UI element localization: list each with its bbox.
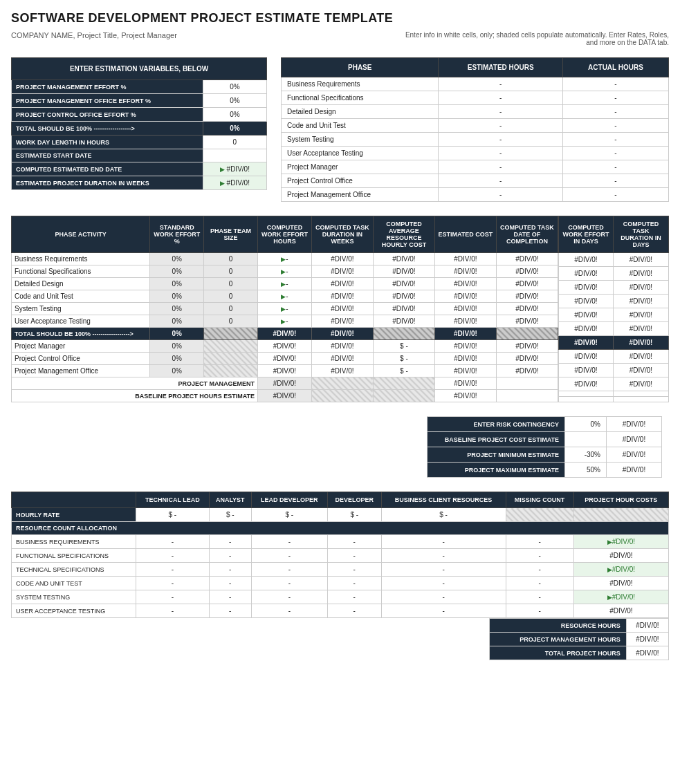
res-val-0-0[interactable]: - xyxy=(136,535,210,549)
hourly-rate-tl[interactable]: $ - xyxy=(136,508,210,522)
activity-extra-row-0: #DIV/0! #DIV/0! xyxy=(559,253,669,267)
res-val-5-3[interactable]: - xyxy=(327,604,381,618)
res-val-3-2[interactable]: - xyxy=(251,577,327,590)
res-val-3-1[interactable]: - xyxy=(209,577,251,590)
activity-extra-row-1: #DIV/0! #DIV/0! xyxy=(559,267,669,281)
resource-row-2: TECHNICAL SPECIFICATIONS ----- - ▶#DIV/0… xyxy=(12,563,669,577)
activity-row-0: Business Requirements 0% 0 ▶- #DIV/0! #D… xyxy=(12,253,558,265)
res-val-0-3[interactable]: - xyxy=(327,535,381,549)
res-val-4-2[interactable]: - xyxy=(251,590,327,604)
res-val-2-1[interactable]: - xyxy=(209,563,251,577)
summary-label-1: PROJECT MANAGEMENT HOURS xyxy=(490,633,627,646)
res-val-2-2[interactable]: - xyxy=(251,563,327,577)
activity-main: PHASE ACTIVITY STANDARD WORK EFFORT % PH… xyxy=(11,216,558,402)
activity-extra-row-8: #DIV/0! #DIV/0! xyxy=(559,364,669,377)
phase-name-3: Code and Unit Test xyxy=(282,119,439,133)
ev-value-4[interactable]: 0 xyxy=(203,136,266,149)
activity-row-6: TOTAL SHOULD BE 100% ------------------>… xyxy=(12,328,558,340)
activity-extra-row-9: #DIV/0! #DIV/0! xyxy=(559,377,669,391)
res-val-4-0[interactable]: - xyxy=(136,590,210,604)
res-val-1-4[interactable]: - xyxy=(381,549,506,563)
res-col-tech-lead: TECHNICAL LEAD xyxy=(136,492,210,508)
resources-summary-table: RESOURCE HOURS #DIV/0! PROJECT MANAGEMEN… xyxy=(489,618,669,660)
ev-row-1: PROJECT MANAGEMENT OFFICE EFFORT % 0% xyxy=(12,94,267,108)
res-col-blank xyxy=(12,492,136,508)
res-val-4-3[interactable]: - xyxy=(327,590,381,604)
phases-row-6: Project Manager - - xyxy=(282,160,669,174)
res-val-3-4[interactable]: - xyxy=(381,577,506,590)
res-val-5-1[interactable]: - xyxy=(209,604,251,618)
ev-label-5: ESTIMATED START DATE xyxy=(12,149,203,162)
res-val-2-4[interactable]: - xyxy=(381,563,506,577)
summary-val-0: #DIV/0! xyxy=(626,619,668,633)
phase-est-3: - xyxy=(439,119,563,133)
res-val-0-4[interactable]: - xyxy=(381,535,506,549)
res-val-5-2[interactable]: - xyxy=(251,604,327,618)
phase-name-6: Project Manager xyxy=(282,160,439,174)
res-val-4-1[interactable]: - xyxy=(209,590,251,604)
res-val-4-4[interactable]: - xyxy=(381,590,506,604)
phases-row-7: Project Control Office - - xyxy=(282,174,669,188)
ev-row-highlight: TOTAL SHOULD BE 100% ------------------>… xyxy=(12,122,267,136)
estimation-variables-panel: ENTER ESTIMATION VARIABLES, BELOW PROJEC… xyxy=(11,57,267,190)
res-val-1-0[interactable]: - xyxy=(136,549,210,563)
res-missing-1: - xyxy=(506,549,573,563)
summary-val-2: #DIV/0! xyxy=(626,646,668,660)
res-cost-0: ▶#DIV/0! xyxy=(573,535,668,549)
phases-row-2: Detailed Design - - xyxy=(282,105,669,119)
subtitle-right: Enter info in white cells, only; shaded … xyxy=(392,31,669,46)
ev-value-2[interactable]: 0% xyxy=(203,108,266,122)
res-val-1-3[interactable]: - xyxy=(327,549,381,563)
phase-name-1: Functional Specifications xyxy=(282,91,439,105)
risk-pct-3[interactable]: 50% xyxy=(565,463,607,478)
hourly-rate-biz[interactable]: $ - xyxy=(381,508,506,522)
act-col-wed: COMPUTED WORK EFFORT IN DAYS xyxy=(559,216,614,253)
ev-value-1[interactable]: 0% xyxy=(203,94,266,108)
phase-est-2: - xyxy=(439,105,563,119)
ev-value-5[interactable] xyxy=(203,149,266,162)
res-val-5-0[interactable]: - xyxy=(136,604,210,618)
activity-extra-row-7: #DIV/0! #DIV/0! xyxy=(559,350,669,364)
phases-row-4: System Testing - - xyxy=(282,133,669,147)
res-val-3-3[interactable]: - xyxy=(327,577,381,590)
activity-row-3: Code and Unit Test 0% 0 ▶- #DIV/0! #DIV/… xyxy=(12,290,558,303)
risk-pct-1[interactable] xyxy=(565,432,607,447)
resources-table: TECHNICAL LEAD ANALYST LEAD DEVELOPER DE… xyxy=(11,492,669,618)
ev-value-0[interactable]: 0% xyxy=(203,80,266,94)
section4: TECHNICAL LEAD ANALYST LEAD DEVELOPER DE… xyxy=(11,492,669,660)
hourly-rate-an[interactable]: $ - xyxy=(209,508,251,522)
act-col-arch: COMPUTED AVERAGE RESOURCE HOURLY COST xyxy=(373,216,434,253)
res-val-2-3[interactable]: - xyxy=(327,563,381,577)
phase-name-4: System Testing xyxy=(282,133,439,147)
phase-actual-4: - xyxy=(562,133,668,147)
activity-extra-row-5: #DIV/0! #DIV/0! xyxy=(559,322,669,336)
ev-label-7: ESTIMATED PROJECT DURATION IN WEEKS xyxy=(12,176,203,190)
ev-row-2: PROJECT CONTROL OFFICE EFFORT % 0% xyxy=(12,108,267,122)
activity-row-2: Detailed Design 0% 0 ▶- #DIV/0! #DIV/0! … xyxy=(12,278,558,290)
phases-col-phase: PHASE xyxy=(282,58,439,77)
res-val-0-2[interactable]: - xyxy=(251,535,327,549)
hourly-rate-ld[interactable]: $ - xyxy=(251,508,327,522)
res-val-1-1[interactable]: - xyxy=(209,549,251,563)
ev-label-total: TOTAL SHOULD BE 100% ------------------> xyxy=(12,122,203,136)
activity-extra-row-3: #DIV/0! #DIV/0! xyxy=(559,295,669,308)
phase-est-0: - xyxy=(439,77,563,91)
res-col-developer: DEVELOPER xyxy=(327,492,381,508)
phase-name-2: Detailed Design xyxy=(282,105,439,119)
risk-pct-2[interactable]: -30% xyxy=(565,447,607,463)
res-val-0-1[interactable]: - xyxy=(209,535,251,549)
risk-pct-0[interactable]: 0% xyxy=(565,417,607,432)
res-val-2-0[interactable]: - xyxy=(136,563,210,577)
ev-row-6: COMPUTED ESTIMATED END DATE ▶ #DIV/0! xyxy=(12,162,267,176)
hourly-rate-dev[interactable]: $ - xyxy=(327,508,381,522)
res-val-3-0[interactable]: - xyxy=(136,577,210,590)
risk-label-3: PROJECT MAXIMUM ESTIMATE xyxy=(428,463,565,478)
activity-table: PHASE ACTIVITY STANDARD WORK EFFORT % PH… xyxy=(11,216,558,402)
phases-row-8: Project Management Office - - xyxy=(282,188,669,202)
res-val-5-4[interactable]: - xyxy=(381,604,506,618)
ev-value-7: ▶ #DIV/0! xyxy=(203,176,266,190)
res-val-1-2[interactable]: - xyxy=(251,549,327,563)
ev-row-4: WORK DAY LENGTH IN HOURS 0 xyxy=(12,136,267,149)
risk-label-0: ENTER RISK CONTINGENCY xyxy=(428,417,565,432)
ev-label-1: PROJECT MANAGEMENT OFFICE EFFORT % xyxy=(12,94,203,108)
